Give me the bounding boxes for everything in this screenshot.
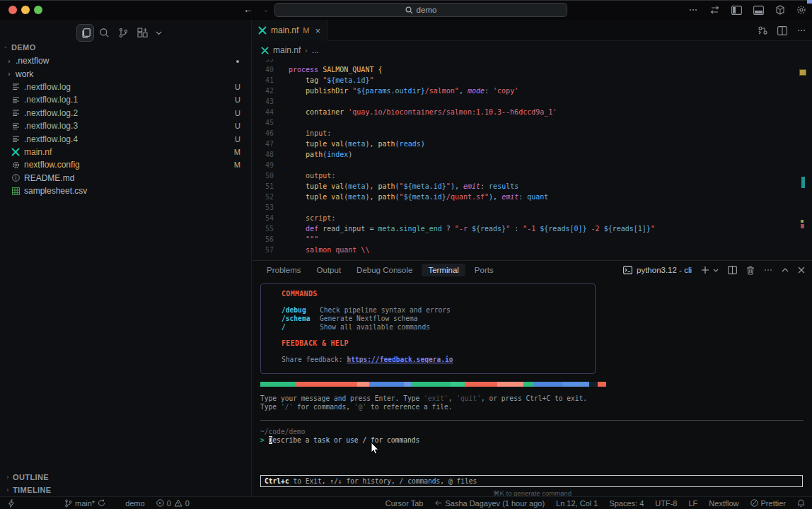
tree-item-readme[interactable]: README.md (0, 172, 252, 185)
cursor-tab-indicator[interactable]: Cursor Tab (385, 499, 424, 508)
code-line: 51 tuple val(meta), path("${meta.id}"), … (253, 181, 655, 192)
search-view-icon[interactable] (95, 24, 113, 42)
tree-item-work-folder[interactable]: › work (0, 67, 252, 80)
section-collapse-chevron-icon[interactable]: ⌄ (3, 42, 8, 49)
tree-item-nextflow-log-1[interactable]: .nextflow.log.1 U (0, 93, 252, 106)
editor-tab-bar: main.nf M × (253, 20, 812, 41)
language-mode-indicator[interactable]: Nextflow (709, 499, 738, 508)
minimize-window-button[interactable] (21, 6, 30, 14)
nextflow-file-icon (261, 47, 269, 54)
panel-tab-debug-console[interactable]: Debug Console (350, 264, 419, 276)
remote-indicator[interactable] (8, 499, 15, 508)
tree-item-nextflow-config[interactable]: nextflow.config M (0, 158, 252, 171)
panel-tab-output[interactable]: Output (311, 264, 348, 276)
sync-icon (98, 499, 105, 507)
terminal-hint-line-2: Type '/' for commands, '@' to reference … (260, 403, 452, 411)
extensions-view-icon[interactable] (134, 24, 151, 42)
notifications-indicator[interactable] (797, 499, 805, 508)
minimap-marker (799, 69, 806, 76)
file-tree: › .nextflow › work .nextflow.log U .next… (0, 54, 252, 197)
terminal-instance-label[interactable]: python3.12 - cli (623, 266, 692, 274)
explorer-sidebar: ⌄ DEMO › .nextflow › work .nextflow.log … (0, 20, 252, 496)
git-branch-icon (64, 499, 72, 508)
indentation-indicator[interactable]: Spaces: 4 (609, 499, 644, 508)
log-file-icon (10, 135, 21, 143)
tree-item-samplesheet[interactable]: samplesheet.csv (0, 185, 252, 197)
problems-indicator[interactable]: 0 0 (156, 499, 190, 508)
scrollbar-marker-yellow (801, 220, 804, 223)
code-line: 39 (253, 59, 655, 64)
toggle-sidebar-icon[interactable] (731, 6, 742, 15)
explorer-section-title[interactable]: DEMO (11, 43, 36, 52)
tree-item-nextflow-log-2[interactable]: .nextflow.log.2 U (0, 107, 252, 119)
status-bar: main* demo 0 0 Cursor Tab Sasha Dagayev … (0, 496, 812, 509)
more-actions-icon[interactable] (764, 266, 772, 274)
code-line: 49 (253, 160, 655, 170)
panel-tab-problems[interactable]: Problems (260, 264, 308, 276)
settings-gear-icon[interactable] (796, 5, 806, 15)
vscode-window: ← ⌄ demo (0, 0, 812, 509)
navigate-forward-icon[interactable]: ⌄ (263, 6, 269, 13)
split-terminal-icon[interactable] (728, 266, 737, 274)
search-icon (405, 6, 413, 14)
explorer-view-icon[interactable] (76, 24, 94, 42)
panel-tab-terminal[interactable]: Terminal (422, 264, 465, 276)
customize-layout-icon[interactable] (775, 5, 785, 15)
breadcrumb[interactable]: main.nf › ... (253, 41, 812, 59)
more-actions-icon[interactable] (796, 25, 806, 35)
chevron-right-icon: › (3, 474, 13, 481)
tree-item-nextflow-log-3[interactable]: .nextflow.log.3 U (0, 119, 252, 132)
cursor-position-indicator[interactable]: Ln 12, Col 1 (556, 499, 598, 508)
toggle-panel-icon[interactable] (753, 6, 764, 15)
workspace-indicator[interactable]: demo (125, 499, 145, 508)
terminal-hint-line-1: Type your message and press Enter. Type … (260, 394, 587, 402)
command-center-search[interactable]: demo (274, 3, 567, 17)
tree-item-nextflow-log[interactable]: .nextflow.log U (0, 81, 252, 93)
tree-item-nextflow-folder[interactable]: › .nextflow (0, 54, 252, 67)
zoom-window-button[interactable] (34, 6, 42, 14)
run-pipeline-icon[interactable] (758, 25, 768, 35)
breadcrumb-symbol[interactable]: ... (312, 45, 319, 55)
terminal-input-bar[interactable]: Ctrl+c to Exit, ↑/↓ for history, / comma… (260, 475, 803, 487)
code-line: 45 (253, 117, 655, 128)
tab-main-nf[interactable]: main.nf M × (253, 20, 328, 41)
maximize-panel-chevron-icon[interactable] (782, 268, 789, 272)
terminal-welcome-box: COMMANDS /debugCheck pipeline syntax and… (260, 283, 596, 374)
terminal-dropdown-chevron-icon[interactable] (713, 269, 719, 272)
kill-terminal-trash-icon[interactable] (746, 266, 755, 275)
code-line: 54 script: (253, 213, 655, 223)
close-window-button[interactable] (8, 6, 17, 14)
new-terminal-icon[interactable] (701, 266, 709, 274)
chevron-right-icon: › (4, 57, 14, 65)
feedback-link[interactable]: https://feedback.seqera.io (347, 356, 453, 363)
source-control-view-icon[interactable] (115, 24, 132, 42)
encoding-indicator[interactable]: UTF-8 (655, 499, 677, 508)
chat-prompt[interactable]: > Describe a task or use / for commands (260, 436, 419, 444)
more-actions-icon[interactable] (688, 5, 698, 15)
close-panel-icon[interactable] (798, 267, 805, 274)
blame-arrow-icon (434, 500, 442, 506)
terminal-cwd: ~/code/demo (260, 428, 306, 435)
tree-item-nextflow-log-4[interactable]: .nextflow.log.4 U (0, 132, 252, 145)
close-tab-icon[interactable]: × (315, 25, 321, 36)
git-blame-indicator[interactable]: Sasha Dagayev (1 hour ago) (434, 499, 545, 508)
layout-toggle-icon[interactable] (709, 6, 720, 14)
panel-tab-ports[interactable]: Ports (468, 264, 500, 276)
code-editor[interactable]: 3940process SALMON_QUANT {41 tag "${meta… (253, 59, 812, 260)
code-line: 52 tuple val(meta), path("${meta.id}/qua… (253, 192, 655, 202)
tree-item-main-nf[interactable]: main.nf M (0, 146, 252, 158)
outline-section[interactable]: › OUTLINE (0, 471, 252, 484)
breadcrumb-file[interactable]: main.nf (273, 45, 301, 55)
git-branch-indicator[interactable]: main* (64, 499, 105, 508)
activity-bar (76, 24, 164, 42)
mouse-cursor (371, 442, 380, 458)
eol-indicator[interactable]: LF (689, 499, 698, 508)
navigate-back-icon[interactable]: ← (243, 4, 253, 15)
formatter-indicator[interactable]: Prettier (750, 499, 786, 508)
title-bar: ← ⌄ demo (0, 0, 812, 20)
timeline-section[interactable]: › TIMELINE (0, 484, 252, 496)
nextflow-file-icon (258, 26, 267, 35)
split-editor-icon[interactable] (777, 26, 787, 35)
more-views-chevron-icon[interactable] (153, 24, 164, 42)
chevron-right-icon: › (305, 47, 307, 54)
